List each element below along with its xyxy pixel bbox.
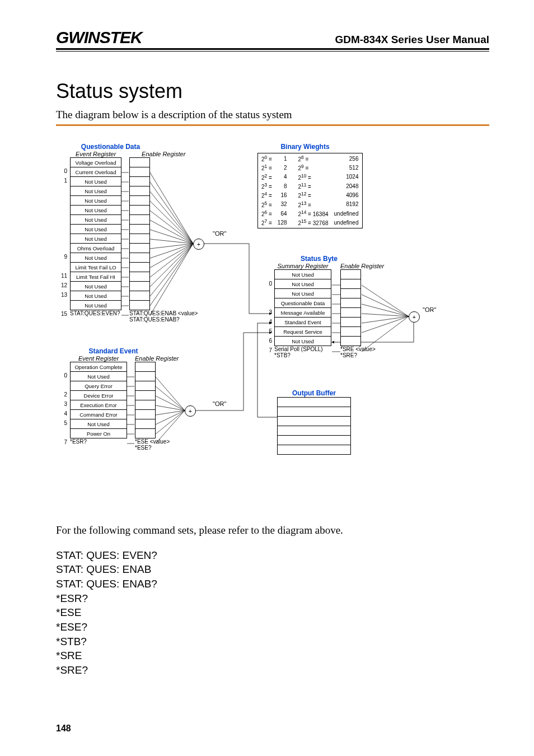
sb-bit-label: 5 xyxy=(264,328,272,334)
se-enable-cell xyxy=(135,429,156,438)
bw-row: 26 =64 214 = 16384undefined xyxy=(259,209,361,217)
sb-row: Standard Event xyxy=(275,318,331,327)
se-row: Execution Error xyxy=(71,400,127,410)
qd-row: Not Used xyxy=(71,225,121,234)
sb-row: Questionable Data xyxy=(275,298,331,308)
sb-enable-cell xyxy=(341,270,361,279)
qd-row: Not Used xyxy=(71,282,121,291)
qd-enable-cell xyxy=(130,206,150,215)
sb-bit-label: 0 xyxy=(264,281,272,287)
qd-row: Not Used xyxy=(71,196,121,206)
bw-row: 23 =8 211 =2048 xyxy=(259,182,361,190)
qd-row: Not Used xyxy=(71,301,121,310)
bw-title: Binary Wieghts xyxy=(257,143,353,151)
sb-enable-label: Enable Register xyxy=(340,263,384,269)
qd-row: Voltage Overload xyxy=(71,158,121,167)
qd-enable-cell xyxy=(130,225,150,234)
ob-title: Output Buffer xyxy=(277,389,351,397)
sb-row: Not Used xyxy=(275,289,331,298)
standard-event-block: Standard Event Event Register Operation … xyxy=(70,347,179,451)
qd-enable-cell xyxy=(130,282,150,291)
command-item: STAT: QUES: ENAB xyxy=(56,562,489,577)
qd-enable-register xyxy=(129,157,150,310)
sb-event-cmd1: Serial Poll (SPOLL) xyxy=(274,346,331,352)
sb-enable-cell xyxy=(341,298,361,308)
sb-enable-cmd1: *SRE <value> xyxy=(340,346,384,352)
qd-title: Questionable Data xyxy=(70,143,151,151)
se-or-node: + xyxy=(185,405,196,417)
command-item: *SRE xyxy=(56,648,489,663)
qd-enable-cell xyxy=(130,301,150,310)
qd-enable-cell xyxy=(130,186,150,196)
qd-row: Current Overload xyxy=(71,167,121,177)
sb-event-cmd2: *STB? xyxy=(274,352,331,358)
qd-enable-cell xyxy=(130,291,150,301)
qd-row: Not Used xyxy=(71,206,121,215)
qd-enable-cell xyxy=(130,196,150,206)
qd-enable-cell xyxy=(130,177,150,186)
sb-enable-cell xyxy=(341,308,361,318)
se-row: Operation Complete xyxy=(71,362,127,372)
qd-row: Limit Test Fail LO xyxy=(71,263,121,272)
se-bit-label: 2 xyxy=(59,391,67,398)
sb-enable-cell xyxy=(341,337,361,346)
command-item: *STB? xyxy=(56,634,489,649)
se-enable-cell xyxy=(135,400,156,410)
sb-row: Request Service xyxy=(275,327,331,337)
qd-or-label: "OR" xyxy=(213,230,226,237)
sb-row: Not Used xyxy=(275,337,331,346)
qd-enable-cell xyxy=(130,215,150,225)
bw-row: 27 =128 215 = 32768undefined xyxy=(259,218,361,226)
command-item: *SRE? xyxy=(56,663,489,678)
se-row: Command Error xyxy=(71,410,127,419)
sb-enable-cell xyxy=(341,279,361,289)
sb-or-label: "OR" xyxy=(423,306,436,313)
se-enable-cell xyxy=(135,381,156,391)
qd-bit-label: 11 xyxy=(59,273,67,279)
se-row: Power On xyxy=(71,429,127,438)
qd-bit-label: 12 xyxy=(59,282,67,288)
header-underline xyxy=(56,51,489,52)
section-intro: The diagram below is a description of th… xyxy=(56,109,489,121)
se-bit-label: 3 xyxy=(59,401,67,407)
se-row: Query Error xyxy=(71,381,127,391)
se-event-label: Event Register xyxy=(70,355,127,362)
bw-row: 21 =2 29 =512 xyxy=(259,164,361,171)
page-header: GWINSTEK GDM-834X Series User Manual xyxy=(56,28,489,50)
se-bit-label: 7 xyxy=(59,439,67,445)
se-enable-cell xyxy=(135,419,156,429)
qd-enable-cell xyxy=(130,234,150,244)
status-byte-block: Status Byte Summary Register Not UsedNot… xyxy=(274,255,384,358)
qd-row: Ohms Overload xyxy=(71,244,121,253)
footer-text: For the following command sets, please r… xyxy=(56,524,489,538)
qd-bit-label: 0 xyxy=(59,168,67,174)
se-row: Not Used xyxy=(71,419,127,429)
se-bit-label: 4 xyxy=(59,410,67,417)
sb-enable-cmd2: *SRE? xyxy=(340,352,384,358)
sb-or-node: + xyxy=(409,311,420,323)
sb-row: Not Used xyxy=(275,270,331,279)
bw-row: 25 =32 213 =8192 xyxy=(259,200,361,208)
se-bit-label: 5 xyxy=(59,420,67,426)
se-title: Standard Event xyxy=(70,347,157,355)
status-system-diagram: Questionable Data Event Register Voltage… xyxy=(50,143,481,501)
output-buffer-box xyxy=(277,397,351,455)
sb-enable-cell xyxy=(341,318,361,327)
qd-bit-label: 9 xyxy=(59,254,67,260)
manual-title: GDM-834X Series User Manual xyxy=(335,34,489,46)
bw-row: 24 =16 212 =4096 xyxy=(259,191,361,199)
qd-enable-label: Enable Register xyxy=(129,151,198,157)
qd-enable-cell xyxy=(130,253,150,263)
sb-bit-label: 3 xyxy=(264,309,272,315)
command-item: *ESR? xyxy=(56,591,489,606)
sb-enable-cell xyxy=(341,289,361,298)
command-item: STAT: QUES: ENAB? xyxy=(56,577,489,591)
qd-enable-cell xyxy=(130,263,150,272)
page-number: 148 xyxy=(56,724,71,734)
qd-row: Not Used xyxy=(71,215,121,225)
se-enable-cell xyxy=(135,410,156,419)
binary-weights-table: 20 =1 28 =256 21 =2 29 =512 22 =4 210 =1… xyxy=(257,153,363,228)
se-enable-label: Enable Register xyxy=(135,355,179,362)
binary-weights-block: Binary Wieghts xyxy=(257,143,353,151)
se-enable-register xyxy=(135,362,156,438)
